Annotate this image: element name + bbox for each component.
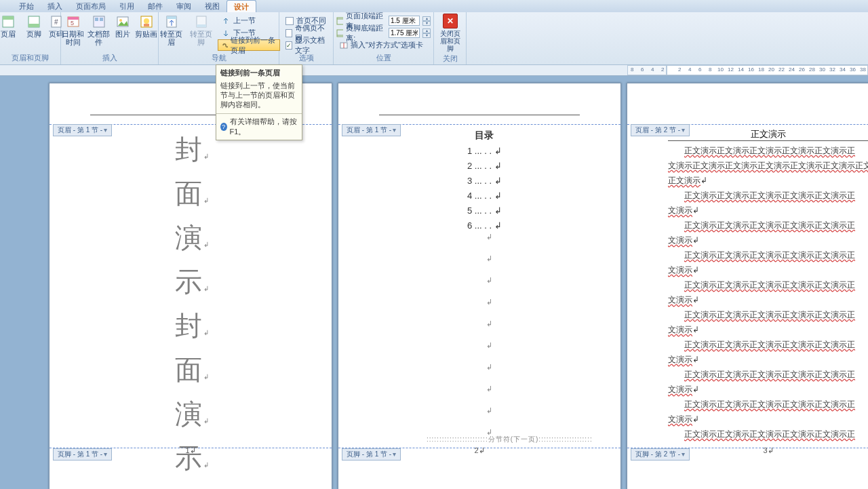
goto-header-button[interactable]: 转至页眉 (158, 14, 185, 46)
link-previous-button[interactable]: 链接到前一条页眉 (218, 39, 280, 51)
page-number-1: 1↲ (50, 446, 332, 455)
page-2: 页眉 - 第 1 节 -▾ 页脚 - 第 1 节 -▾ 目录 1 ... . .… (338, 83, 621, 489)
svg-text:5: 5 (71, 20, 74, 26)
group-options: 首页不同 奇偶页不同 ✓显示文档文字 选项 (279, 12, 334, 64)
clipart-button[interactable]: 剪贴画 (135, 14, 158, 38)
svg-point-13 (119, 19, 122, 22)
header-tag-2[interactable]: 页眉 - 第 1 节 -▾ (342, 124, 401, 136)
toc-title: 目录 (467, 130, 501, 142)
group-navigation: 转至页眉 转至页脚 上一节 下一节 链接到前一条页眉 导航 (159, 12, 279, 64)
header-tag-3[interactable]: 页眉 - 第 2 节 -▾ (631, 124, 690, 136)
footer-distance-input[interactable] (389, 28, 420, 38)
page-3: 正文演示 页眉 - 第 2 节 -▾ 页脚 - 第 2 节 -▾ 正文演示正文演… (627, 83, 868, 489)
svg-rect-1 (3, 16, 14, 20)
next-icon (221, 29, 231, 37)
picture-icon (116, 15, 130, 28)
bot-dist-icon (336, 29, 343, 37)
align-tab-icon (340, 41, 348, 50)
tooltip-title: 链接到前一条页眉 (216, 65, 302, 81)
group-label: 关闭 (437, 54, 463, 64)
ribbon-tabs: 开始 插入 页面布局 引用 邮件 审阅 视图 设计 (0, 0, 868, 12)
goto-header-icon (165, 15, 178, 28)
svg-rect-16 (144, 24, 149, 26)
tab-design[interactable]: 设计 (226, 0, 256, 12)
horizontal-ruler[interactable]: 8642 2468 10121416 18202224 26283032 343… (0, 65, 868, 76)
prev-section-button[interactable]: 上一节 (218, 15, 280, 26)
footer-button[interactable]: 页脚 (22, 14, 45, 38)
header-distance-input[interactable] (389, 16, 420, 26)
calendar-icon: 5 (66, 15, 80, 28)
page-1: 页眉 - 第 1 节 -▾ 页脚 - 第 1 节 -▾ 封↲ 面↲ 演↲ 示↲ … (49, 83, 332, 489)
spin-up[interactable]: ▴ (422, 16, 431, 21)
spin-down[interactable]: ▾ (422, 21, 431, 26)
section-break: ::::::::::::::::::::::::分节符(下一页)::::::::… (427, 435, 593, 444)
svg-rect-10 (95, 18, 98, 21)
tab-insert[interactable]: 插入 (41, 0, 69, 12)
quickparts-button[interactable]: 文档部件 (87, 14, 111, 46)
body-text: 正文演示正文演示正文演示正文演示正文演示正 文演示正文演示正文演示正文演示正文演… (668, 143, 868, 442)
spin-up[interactable]: ▴ (422, 28, 431, 33)
svg-rect-3 (28, 24, 39, 27)
page-number-3: 3↲ (627, 446, 868, 455)
show-doctext-checkbox[interactable]: ✓显示文档文字 (282, 39, 330, 51)
svg-point-15 (144, 18, 149, 24)
close-hf-button[interactable]: ✕ (443, 14, 458, 28)
top-dist-icon (336, 17, 343, 25)
header-button[interactable]: 页眉 (0, 14, 20, 38)
tooltip-body: 链接到上一节，使当前节与上一节的页眉和页脚内容相同。 (216, 81, 302, 113)
svg-rect-20 (197, 24, 206, 27)
page-number-2: 2↲ (338, 446, 620, 455)
close-hf-label: 关闭页眉和页脚 (437, 30, 463, 52)
ribbon: 页眉 页脚 #页码 页眉和页脚 5日期和时间 文档部件 图片 剪贴画 插入 转至… (0, 12, 868, 65)
tab-layout[interactable]: 页面布局 (69, 0, 113, 12)
document-workspace[interactable]: 页眉 - 第 1 节 -▾ 页脚 - 第 1 节 -▾ 封↲ 面↲ 演↲ 示↲ … (0, 76, 868, 489)
svg-text:#: # (54, 18, 58, 26)
cover-text: 封↲ 面↲ 演↲ 示↲ 封↲ 面↲ 演↲ 示↲ (175, 131, 210, 484)
tab-references[interactable]: 引用 (113, 0, 141, 12)
insert-align-tab-button[interactable]: 插入"对齐方式"选项卡 (336, 39, 431, 51)
toc: 目录 1 ... . . ↲ 2 ... . . ↲ 3 ... . . ↲ 4… (467, 130, 502, 235)
group-label: 页眉和页脚 (3, 53, 58, 63)
tooltip-footer: ?有关详细帮助，请按 F1。 (216, 113, 302, 140)
clipart-icon (140, 15, 153, 28)
footer-icon (27, 15, 41, 28)
picture-button[interactable]: 图片 (113, 14, 132, 38)
group-insert: 5日期和时间 文档部件 图片 剪贴画 插入 (61, 12, 159, 64)
group-label: 导航 (161, 53, 276, 63)
tab-mailings[interactable]: 邮件 (141, 0, 170, 12)
tab-review[interactable]: 审阅 (170, 0, 198, 12)
svg-rect-11 (100, 18, 103, 21)
spin-down[interactable]: ▾ (422, 33, 431, 38)
link-icon (221, 41, 229, 50)
group-header-footer: 页眉 页脚 #页码 页眉和页脚 (0, 12, 61, 64)
datetime-button[interactable]: 5日期和时间 (62, 14, 85, 46)
help-icon: ? (220, 123, 227, 131)
group-label: 位置 (336, 53, 431, 63)
svg-rect-18 (167, 16, 176, 19)
header-icon (1, 15, 15, 28)
group-label: 插入 (64, 53, 155, 63)
group-label: 选项 (282, 53, 330, 63)
footer-distance-spinner[interactable]: 页脚底端距离:▴▾ (336, 27, 431, 39)
header-tag-1[interactable]: 页眉 - 第 1 节 -▾ (53, 124, 112, 136)
tab-home[interactable]: 开始 (12, 0, 41, 12)
group-position: 页面顶端距离:▴▾ 页脚底端距离:▴▾ 插入"对齐方式"选项卡 位置 (334, 12, 434, 64)
group-close: ✕ 关闭页眉和页脚 关闭 (434, 12, 467, 64)
tab-view[interactable]: 视图 (198, 0, 226, 12)
quickparts-icon (92, 15, 106, 28)
page3-header-title: 正文演示 (668, 128, 868, 141)
goto-footer-button[interactable]: 转至页脚 (188, 14, 215, 46)
prev-icon (221, 17, 231, 25)
goto-footer-icon (195, 15, 208, 28)
tooltip-link-previous: 链接到前一条页眉 链接到上一节，使当前节与上一节的页眉和页脚内容相同。 ?有关详… (216, 64, 302, 140)
